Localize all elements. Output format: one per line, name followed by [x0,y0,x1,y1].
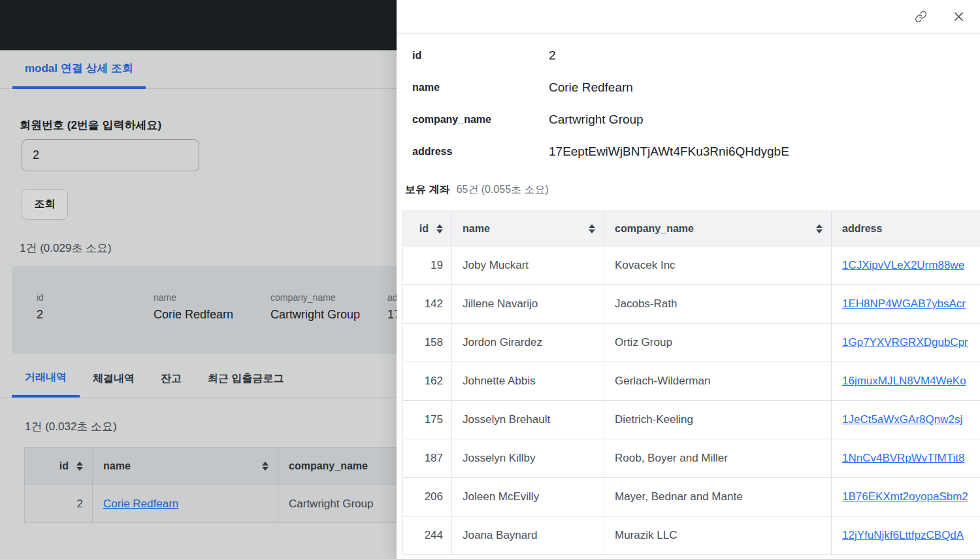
accounts-count: 65건 (0.055초 소요) [456,183,548,197]
accounts-title: 보유 계좌 [405,183,449,197]
header-id[interactable]: id [403,211,452,246]
table-header-row: id name company_name address [403,211,980,246]
address-link[interactable]: 1B76EKXmt2oyopaSbm2 [842,490,968,503]
screen: modal 연결 상세 조회 회원번호 (2번을 입력하세요) 조회 1건 (0… [0,0,980,559]
table-row: 206 Joleen McEvilly Mayer, Bednar and Ma… [403,478,980,517]
address-link[interactable]: 1EH8NP4WGAB7ybsAcr [842,297,966,310]
address-link[interactable]: 12jYfuNjkf6LttfpzCBQdA [842,529,964,541]
detail-row-name: name Corie Redfearn [412,71,789,103]
address-link[interactable]: 1NnCv4BVRpWvTfMTit8 [842,452,964,464]
sort-icon [589,224,595,233]
table-row: 19 Joby Muckart Kovacek Inc 1CJXipvVLeX2… [403,246,980,285]
address-link[interactable]: 1JeCt5aWxGAr8Qnw2sj [842,413,962,426]
accounts-section-header: 보유 계좌 65건 (0.055초 소요) [405,183,549,197]
address-link[interactable]: 1CJXipvVLeX2Urm88we [842,259,964,271]
sort-icon [816,224,823,233]
detail-row-address: address 17EeptEwiWjBNTjAWt4FKu3Rni6QHdyg… [412,135,789,167]
table-row: 158 Jordon Girardez Ortiz Group 1Gp7YXVR… [403,324,980,362]
detail-drawer: id 2 name Corie Redfearn company_name Ca… [397,0,980,559]
table-row: 162 Johnette Abbis Gerlach-Wilderman 16j… [403,362,980,401]
header-name[interactable]: name [452,211,604,246]
member-details: id 2 name Corie Redfearn company_name Ca… [412,39,789,167]
table-row: 175 Josselyn Brehault Dietrich-Keeling 1… [403,401,980,439]
address-link[interactable]: 16jmuxMJLN8VM4WeKo [842,375,966,387]
copy-link-icon[interactable] [915,10,927,23]
table-row: 187 Josselyn Killby Roob, Boyer and Mill… [403,439,980,478]
header-company-name[interactable]: company_name [604,211,832,246]
detail-row-company: company_name Cartwright Group [412,103,789,135]
close-icon[interactable] [953,11,964,22]
sort-icon [436,224,443,233]
drawer-header [397,0,980,34]
table-row: 244 Joana Baynard Murazik LLC 12jYfuNjkf… [403,517,980,555]
table-row: 142 Jillene Navarijo Jacobs-Rath 1EH8NP4… [403,285,980,324]
detail-row-id: id 2 [412,39,789,71]
header-address[interactable]: address [832,211,980,246]
address-link[interactable]: 1Gp7YXVRGRXDgubCpr [842,336,968,348]
accounts-table: id name company_name address 19 Job [402,211,980,555]
